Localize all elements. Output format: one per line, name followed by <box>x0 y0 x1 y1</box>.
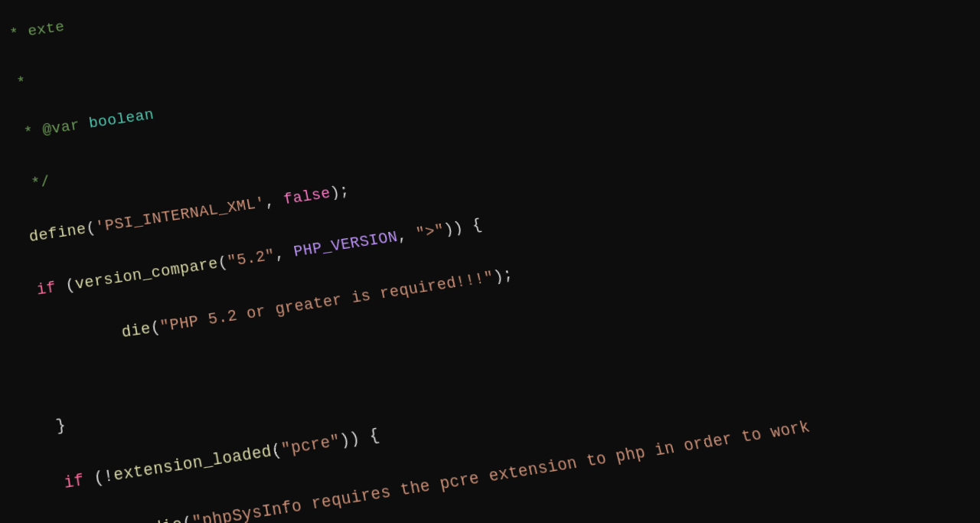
code-block: * exte * * @var boolean */ define('PSI_I… <box>0 0 980 523</box>
code-editor: * exte * * @var boolean */ define('PSI_I… <box>0 0 980 523</box>
